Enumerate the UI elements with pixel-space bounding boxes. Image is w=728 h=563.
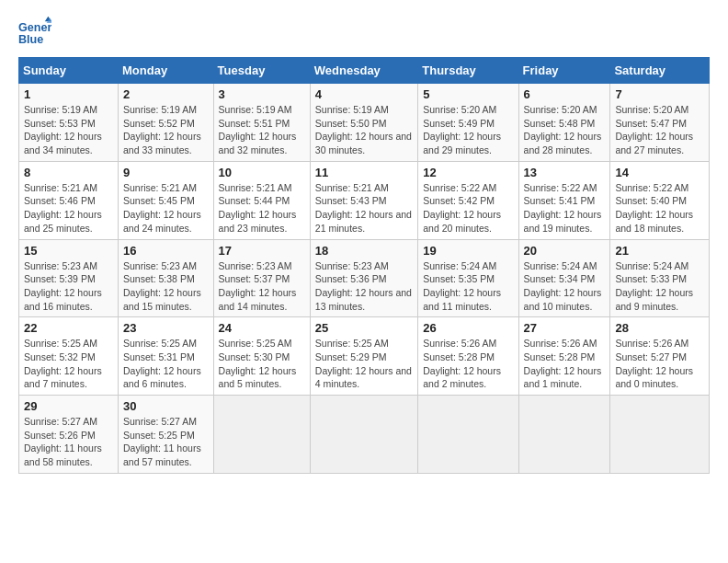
calendar-cell: 11Sunrise: 5:21 AMSunset: 5:43 PMDayligh… bbox=[310, 161, 417, 239]
calendar-cell bbox=[213, 396, 310, 474]
day-number: 11 bbox=[315, 166, 413, 179]
calendar-table: SundayMondayTuesdayWednesdayThursdayFrid… bbox=[18, 57, 710, 474]
calendar-cell: 29Sunrise: 5:27 AMSunset: 5:26 PMDayligh… bbox=[19, 396, 119, 474]
day-info: Sunrise: 5:25 AMSunset: 5:29 PMDaylight:… bbox=[315, 337, 413, 391]
day-number: 26 bbox=[423, 321, 513, 335]
day-number: 21 bbox=[615, 244, 704, 258]
calendar-cell: 4Sunrise: 5:19 AMSunset: 5:50 PMDaylight… bbox=[310, 84, 417, 162]
header-thursday: Thursday bbox=[418, 58, 518, 84]
day-info: Sunrise: 5:25 AMSunset: 5:32 PMDaylight:… bbox=[24, 337, 113, 391]
calendar-cell bbox=[310, 396, 417, 474]
calendar-cell: 10Sunrise: 5:21 AMSunset: 5:44 PMDayligh… bbox=[213, 161, 310, 239]
day-number: 1 bbox=[24, 87, 113, 101]
calendar-cell: 9Sunrise: 5:21 AMSunset: 5:45 PMDaylight… bbox=[119, 161, 214, 239]
day-number: 2 bbox=[123, 87, 209, 101]
svg-text:Blue: Blue bbox=[18, 33, 43, 46]
calendar-cell: 16Sunrise: 5:23 AMSunset: 5:38 PMDayligh… bbox=[119, 239, 214, 317]
calendar-cell: 21Sunrise: 5:24 AMSunset: 5:33 PMDayligh… bbox=[610, 239, 710, 317]
day-info: Sunrise: 5:21 AMSunset: 5:46 PMDaylight:… bbox=[24, 181, 113, 236]
calendar-cell: 8Sunrise: 5:21 AMSunset: 5:46 PMDaylight… bbox=[19, 161, 119, 239]
day-info: Sunrise: 5:21 AMSunset: 5:43 PMDaylight:… bbox=[315, 181, 413, 236]
header-saturday: Saturday bbox=[610, 58, 710, 84]
day-info: Sunrise: 5:23 AMSunset: 5:38 PMDaylight:… bbox=[123, 259, 209, 314]
day-info: Sunrise: 5:24 AMSunset: 5:33 PMDaylight:… bbox=[615, 259, 704, 314]
day-info: Sunrise: 5:19 AMSunset: 5:53 PMDaylight:… bbox=[24, 103, 113, 157]
day-info: Sunrise: 5:22 AMSunset: 5:40 PMDaylight:… bbox=[615, 181, 704, 236]
day-info: Sunrise: 5:24 AMSunset: 5:34 PMDaylight:… bbox=[524, 259, 606, 314]
calendar-week-4: 22Sunrise: 5:25 AMSunset: 5:32 PMDayligh… bbox=[19, 317, 710, 396]
header-friday: Friday bbox=[518, 58, 610, 84]
calendar-cell: 23Sunrise: 5:25 AMSunset: 5:31 PMDayligh… bbox=[119, 317, 214, 396]
calendar-cell: 1Sunrise: 5:19 AMSunset: 5:53 PMDaylight… bbox=[19, 84, 119, 162]
day-number: 8 bbox=[24, 166, 113, 179]
calendar-cell: 6Sunrise: 5:20 AMSunset: 5:48 PMDaylight… bbox=[518, 84, 610, 162]
calendar-cell: 30Sunrise: 5:27 AMSunset: 5:25 PMDayligh… bbox=[119, 396, 214, 474]
day-info: Sunrise: 5:23 AMSunset: 5:37 PMDaylight:… bbox=[219, 259, 305, 314]
day-number: 20 bbox=[524, 244, 606, 258]
day-number: 29 bbox=[24, 399, 113, 413]
header-wednesday: Wednesday bbox=[310, 58, 417, 84]
day-info: Sunrise: 5:26 AMSunset: 5:28 PMDaylight:… bbox=[423, 337, 513, 391]
calendar-cell bbox=[418, 396, 518, 474]
day-info: Sunrise: 5:19 AMSunset: 5:52 PMDaylight:… bbox=[123, 103, 209, 157]
calendar-cell: 20Sunrise: 5:24 AMSunset: 5:34 PMDayligh… bbox=[518, 239, 610, 317]
calendar-cell: 22Sunrise: 5:25 AMSunset: 5:32 PMDayligh… bbox=[19, 317, 119, 396]
day-number: 22 bbox=[24, 321, 113, 335]
day-info: Sunrise: 5:26 AMSunset: 5:27 PMDaylight:… bbox=[615, 337, 704, 391]
calendar-cell: 2Sunrise: 5:19 AMSunset: 5:52 PMDaylight… bbox=[119, 84, 214, 162]
day-info: Sunrise: 5:26 AMSunset: 5:28 PMDaylight:… bbox=[524, 337, 606, 391]
calendar-cell: 19Sunrise: 5:24 AMSunset: 5:35 PMDayligh… bbox=[418, 239, 518, 317]
day-number: 3 bbox=[219, 87, 305, 101]
calendar-cell: 7Sunrise: 5:20 AMSunset: 5:47 PMDaylight… bbox=[610, 84, 710, 162]
day-info: Sunrise: 5:21 AMSunset: 5:45 PMDaylight:… bbox=[123, 181, 209, 236]
day-info: Sunrise: 5:20 AMSunset: 5:49 PMDaylight:… bbox=[423, 103, 513, 157]
day-number: 14 bbox=[615, 166, 704, 179]
day-info: Sunrise: 5:22 AMSunset: 5:42 PMDaylight:… bbox=[423, 181, 513, 236]
day-number: 27 bbox=[524, 321, 606, 335]
day-info: Sunrise: 5:21 AMSunset: 5:44 PMDaylight:… bbox=[219, 181, 305, 236]
calendar-cell bbox=[518, 396, 610, 474]
calendar-cell: 13Sunrise: 5:22 AMSunset: 5:41 PMDayligh… bbox=[518, 161, 610, 239]
day-info: Sunrise: 5:24 AMSunset: 5:35 PMDaylight:… bbox=[423, 259, 513, 314]
calendar-cell bbox=[610, 396, 710, 474]
calendar-cell: 26Sunrise: 5:26 AMSunset: 5:28 PMDayligh… bbox=[418, 317, 518, 396]
day-number: 15 bbox=[24, 244, 113, 258]
day-number: 10 bbox=[219, 166, 305, 179]
day-number: 6 bbox=[524, 87, 606, 101]
calendar-cell: 27Sunrise: 5:26 AMSunset: 5:28 PMDayligh… bbox=[518, 317, 610, 396]
day-number: 5 bbox=[423, 87, 513, 101]
logo-icon: General Blue bbox=[18, 15, 51, 48]
day-number: 4 bbox=[315, 87, 413, 101]
calendar-week-3: 15Sunrise: 5:23 AMSunset: 5:39 PMDayligh… bbox=[19, 239, 710, 317]
day-info: Sunrise: 5:23 AMSunset: 5:36 PMDaylight:… bbox=[315, 259, 413, 314]
calendar-cell: 24Sunrise: 5:25 AMSunset: 5:30 PMDayligh… bbox=[213, 317, 310, 396]
day-number: 13 bbox=[524, 166, 606, 179]
calendar-cell: 25Sunrise: 5:25 AMSunset: 5:29 PMDayligh… bbox=[310, 317, 417, 396]
day-number: 7 bbox=[615, 87, 704, 101]
calendar-cell: 18Sunrise: 5:23 AMSunset: 5:36 PMDayligh… bbox=[310, 239, 417, 317]
day-info: Sunrise: 5:27 AMSunset: 5:26 PMDaylight:… bbox=[24, 415, 113, 469]
day-number: 17 bbox=[219, 244, 305, 258]
day-number: 30 bbox=[123, 399, 209, 413]
day-number: 12 bbox=[423, 166, 513, 179]
calendar-cell: 5Sunrise: 5:20 AMSunset: 5:49 PMDaylight… bbox=[418, 84, 518, 162]
day-info: Sunrise: 5:25 AMSunset: 5:31 PMDaylight:… bbox=[123, 337, 209, 391]
day-number: 25 bbox=[315, 321, 413, 335]
day-info: Sunrise: 5:19 AMSunset: 5:50 PMDaylight:… bbox=[315, 103, 413, 157]
day-info: Sunrise: 5:20 AMSunset: 5:48 PMDaylight:… bbox=[524, 103, 606, 157]
day-number: 23 bbox=[123, 321, 209, 335]
day-info: Sunrise: 5:20 AMSunset: 5:47 PMDaylight:… bbox=[615, 103, 704, 157]
day-info: Sunrise: 5:25 AMSunset: 5:30 PMDaylight:… bbox=[219, 337, 305, 391]
page-header: General Blue bbox=[18, 15, 710, 48]
day-info: Sunrise: 5:23 AMSunset: 5:39 PMDaylight:… bbox=[24, 259, 113, 314]
day-number: 19 bbox=[423, 244, 513, 258]
header-sunday: Sunday bbox=[19, 58, 119, 84]
day-number: 9 bbox=[123, 166, 209, 179]
header-monday: Monday bbox=[119, 58, 214, 84]
calendar-week-1: 1Sunrise: 5:19 AMSunset: 5:53 PMDaylight… bbox=[19, 84, 710, 162]
day-info: Sunrise: 5:22 AMSunset: 5:41 PMDaylight:… bbox=[524, 181, 606, 236]
header-row: SundayMondayTuesdayWednesdayThursdayFrid… bbox=[19, 58, 710, 84]
day-number: 24 bbox=[219, 321, 305, 335]
logo: General Blue bbox=[18, 15, 55, 48]
day-info: Sunrise: 5:19 AMSunset: 5:51 PMDaylight:… bbox=[219, 103, 305, 157]
